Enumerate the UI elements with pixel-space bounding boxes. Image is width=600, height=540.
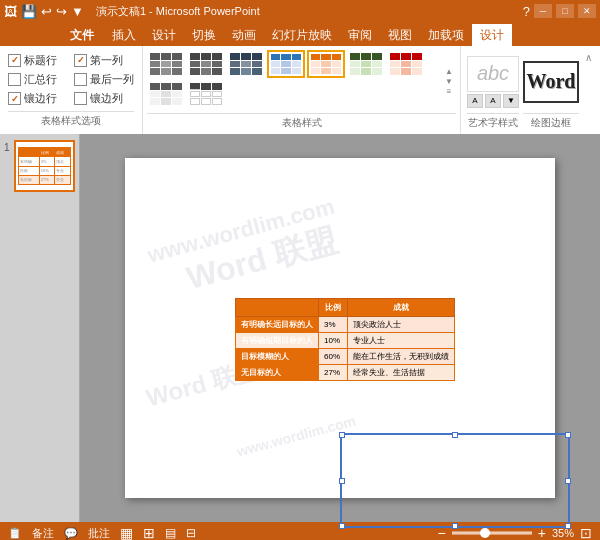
- watermark-url-1: www.wordlim.com: [145, 194, 338, 269]
- scroll-more-arrow[interactable]: ≡: [447, 88, 452, 96]
- ribbon-collapse-button[interactable]: ∧: [583, 50, 594, 65]
- tab-file[interactable]: 文件: [60, 24, 104, 46]
- checkbox-header-row[interactable]: 标题行: [8, 52, 68, 68]
- tab-transition[interactable]: 切换: [184, 24, 224, 46]
- redo-button[interactable]: ↪: [56, 4, 67, 19]
- table-cell-row2-col1: 10%: [319, 333, 348, 349]
- tab-insert[interactable]: 插入: [104, 24, 144, 46]
- notes-label[interactable]: 备注: [32, 526, 54, 541]
- checkbox-first-col-box[interactable]: [74, 54, 87, 67]
- window-controls: ? ─ □ ✕: [523, 4, 596, 19]
- art-text-buttons: abc A A ▼: [467, 50, 519, 113]
- table-cell-row1-col0: 有明确长远目标的人: [236, 317, 319, 333]
- tab-review[interactable]: 审阅: [340, 24, 380, 46]
- art-text-label: 艺术字样式: [467, 113, 519, 130]
- slide-item-1[interactable]: 1 比例成就 有明确3%顶尖 目标10%专业 无目标27%失业: [4, 140, 75, 192]
- zoom-slider[interactable]: [452, 531, 532, 535]
- tab-design-active[interactable]: 设计: [472, 24, 512, 46]
- tab-addins[interactable]: 加载项: [420, 24, 472, 46]
- zoom-track: [452, 532, 532, 534]
- zoom-minus-icon[interactable]: −: [438, 525, 446, 540]
- zoom-plus-icon[interactable]: +: [538, 525, 546, 540]
- status-icon-3: ▤: [165, 526, 176, 540]
- checkbox-banded-cols[interactable]: 镶边列: [74, 91, 134, 107]
- checkbox-header-row-box[interactable]: [8, 54, 21, 67]
- table-style-green[interactable]: [347, 50, 385, 78]
- quick-access-toolbar: 🖼 💾 ↩ ↪ ▼: [4, 4, 84, 19]
- mini-table: 比例成就 有明确3%顶尖 目标10%专业 无目标27%失业: [18, 147, 71, 185]
- table-header-achievement: 成就: [348, 299, 455, 317]
- table-style-plain2[interactable]: [187, 80, 225, 108]
- table-row: 有明确短期目标的人 10% 专业人士: [236, 333, 455, 349]
- art-text-control[interactable]: abc A A ▼: [467, 56, 519, 108]
- save-button[interactable]: 💾: [21, 4, 37, 19]
- checkbox-banded-rows[interactable]: 镶边行: [8, 91, 68, 107]
- table-cell-row1-col2: 顶尖政治人士: [348, 317, 455, 333]
- table-row: 有明确长远目标的人 3% 顶尖政治人士: [236, 317, 455, 333]
- status-icon-2: ⊞: [143, 525, 155, 540]
- close-button[interactable]: ✕: [578, 4, 596, 18]
- minimize-button[interactable]: ─: [534, 4, 552, 18]
- powerpoint-icon: 🖼: [4, 4, 17, 19]
- tab-animation[interactable]: 动画: [224, 24, 264, 46]
- table-style-blue-selected[interactable]: [267, 50, 305, 78]
- checkbox-total-row-box[interactable]: [8, 73, 21, 86]
- selection-handle-ml[interactable]: [339, 478, 345, 484]
- status-icon-1: ▦: [120, 525, 133, 540]
- slide-page: www.wordlim.com Word 联盟 Word 联盟 www.word…: [125, 158, 555, 498]
- selection-handle-tl[interactable]: [339, 432, 345, 438]
- status-bar-right: − + 35% ⊡: [438, 525, 592, 540]
- table-cell-row3-col1: 60%: [319, 349, 348, 365]
- art-text-subcontrols: A A ▼: [467, 94, 519, 108]
- tab-design[interactable]: 设计: [144, 24, 184, 46]
- selection-handle-tr[interactable]: [565, 432, 571, 438]
- checkbox-banded-rows-box[interactable]: [8, 92, 21, 105]
- table-style-dark2[interactable]: [187, 50, 225, 78]
- table-header-0: [236, 299, 319, 317]
- table-cell-row3-col2: 能在工作生活，无积到成绩: [348, 349, 455, 365]
- checkbox-total-row[interactable]: 汇总行: [8, 71, 68, 87]
- table-styles-scroll: ▲ ▼ ≡: [442, 50, 456, 113]
- watermark-url-2: www.wordlim.com: [235, 412, 357, 459]
- table-styles-label: 表格样式: [147, 113, 456, 130]
- draw-border-section: Word 绘图边框: [523, 50, 579, 130]
- fit-window-icon[interactable]: ⊡: [580, 525, 592, 540]
- tab-slideshow[interactable]: 幻灯片放映: [264, 24, 340, 46]
- selection-handle-tc[interactable]: [452, 432, 458, 438]
- watermark-brand-1: Word 联盟: [182, 219, 342, 301]
- checkbox-first-col-label: 第一列: [90, 53, 123, 68]
- data-table[interactable]: 比例 成就 有明确长远目标的人 3% 顶尖政治人士 有明确短期目标的人 10%: [235, 298, 455, 381]
- customize-button[interactable]: ▼: [71, 4, 84, 19]
- checkbox-banded-cols-box[interactable]: [74, 92, 87, 105]
- checkbox-first-col[interactable]: 第一列: [74, 52, 134, 68]
- app-title: 演示文稿1 - Microsoft PowerPoint: [96, 4, 260, 19]
- art-text-btn2[interactable]: A: [485, 94, 501, 108]
- slide-thumbnail-1[interactable]: 比例成就 有明确3%顶尖 目标10%专业 无目标27%失业: [14, 140, 75, 192]
- scroll-up-arrow[interactable]: ▲: [445, 68, 453, 76]
- table-cell-row1-col1: 3%: [319, 317, 348, 333]
- checkbox-last-col[interactable]: 最后一列: [74, 71, 134, 87]
- table-style-options-label: 表格样式选项: [8, 111, 134, 128]
- slide-content-area: www.wordlim.com Word 联盟 Word 联盟 www.word…: [80, 134, 600, 522]
- checkbox-total-row-label: 汇总行: [24, 72, 57, 87]
- checkbox-grid: 标题行 第一列 汇总行 最后一列 镶边行 镶边列: [8, 52, 134, 107]
- table-style-dark1[interactable]: [147, 50, 185, 78]
- zoom-thumb[interactable]: [480, 528, 490, 538]
- table-style-plain1[interactable]: [147, 80, 185, 108]
- art-text-btn1[interactable]: A: [467, 94, 483, 108]
- comments-label[interactable]: 批注: [88, 526, 110, 541]
- scroll-down-arrow[interactable]: ▼: [445, 78, 453, 86]
- tab-view[interactable]: 视图: [380, 24, 420, 46]
- checkbox-last-col-box[interactable]: [74, 73, 87, 86]
- table-cell-row4-col1: 27%: [319, 365, 348, 381]
- table-style-dark3[interactable]: [227, 50, 265, 78]
- selection-handle-mr[interactable]: [565, 478, 571, 484]
- art-text-btn3[interactable]: ▼: [503, 94, 519, 108]
- maximize-button[interactable]: □: [556, 4, 574, 18]
- help-icon[interactable]: ?: [523, 4, 530, 19]
- table-style-orange-selected[interactable]: [307, 50, 345, 78]
- slide-thumb-inner: 比例成就 有明确3%顶尖 目标10%专业 无目标27%失业: [18, 144, 71, 188]
- status-bar-left: 📋 备注 💬 批注 ▦ ⊞ ▤ ⊟: [8, 525, 196, 540]
- undo-button[interactable]: ↩: [41, 4, 52, 19]
- table-style-red[interactable]: [387, 50, 425, 78]
